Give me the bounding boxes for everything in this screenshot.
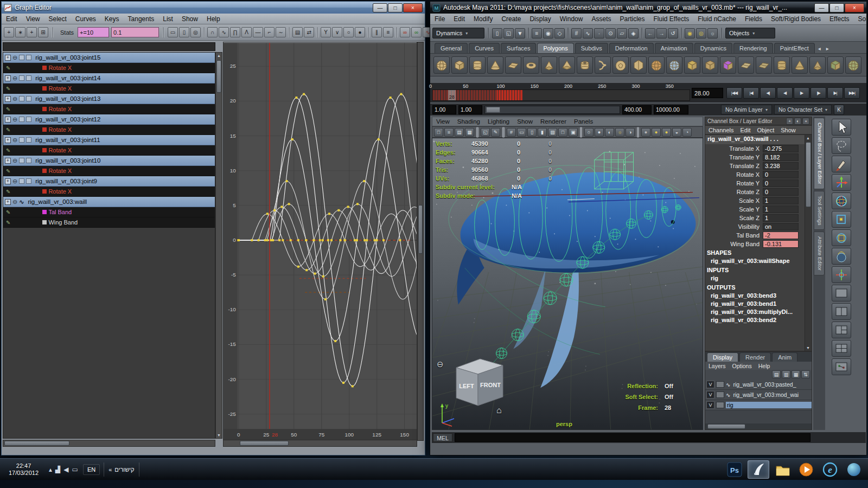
template-toggle-icon[interactable] <box>19 55 24 60</box>
menu-select[interactable]: Select <box>44 14 71 24</box>
file-new-icon[interactable]: ▯ <box>492 28 502 38</box>
menu-fluid-effects[interactable]: Fluid Effects <box>649 14 693 24</box>
scroll-down-icon[interactable]: ▼ <box>216 432 222 438</box>
bevel-icon[interactable] <box>702 56 718 74</box>
hide-channel-icon[interactable]: ⊖ <box>12 75 17 81</box>
center-current-time-icon[interactable]: ◎ <box>190 27 201 37</box>
animation-end-field[interactable] <box>654 105 688 114</box>
outliner-object-row[interactable]: +⊖rig_waill_vr_003:joint14 <box>3 73 215 84</box>
mirror-geometry-icon[interactable] <box>809 56 826 74</box>
use-all-lights-icon[interactable]: ☼ <box>615 128 624 137</box>
add-keys-tool-icon[interactable]: + <box>27 27 37 37</box>
outliner-channel-row[interactable]: ✎Rotate X <box>3 166 215 176</box>
range-slider-handle[interactable] <box>486 107 500 113</box>
polygon-pyramid-icon[interactable] <box>559 56 575 74</box>
outliner-object-row[interactable]: +⊖rig_waill_vr_003:joint12 <box>3 114 215 125</box>
expand-icon[interactable]: + <box>5 55 11 61</box>
channel-value[interactable]: 8.182 <box>763 153 799 161</box>
current-time-field[interactable] <box>692 88 723 98</box>
merge-vertices-icon[interactable] <box>792 56 808 74</box>
graph-editor-titlebar[interactable]: Graph Editor — □ × <box>2 2 425 14</box>
append-polygon-icon[interactable] <box>738 56 754 74</box>
auto-keyframe-toggle[interactable]: K <box>834 105 844 115</box>
menu-display[interactable]: Display <box>525 14 555 24</box>
anim-layer-selector[interactable]: No Anim Layer▾ <box>721 105 772 114</box>
default-light-toggle-icon[interactable]: ● <box>652 128 661 137</box>
scroll-up-icon[interactable]: ▲ <box>805 135 811 141</box>
expand-icon[interactable]: + <box>5 117 11 123</box>
hide-channel-icon[interactable]: ⊖ <box>12 96 17 102</box>
channel-value[interactable]: -0.131 <box>763 240 799 248</box>
camera-attributes-icon[interactable]: ≡ <box>444 128 454 137</box>
select-by-component-icon[interactable]: ◇ <box>554 28 565 38</box>
gate-mask-icon[interactable]: ▮ <box>538 128 547 137</box>
shelf-tab-painteffect[interactable]: PaintEffect <box>774 43 815 53</box>
channel-row-translate-z[interactable]: Translate Z3.238 <box>705 162 805 170</box>
outliner-scrollbar[interactable]: ▲ ▼ <box>215 52 222 439</box>
clamped-tangents-icon[interactable]: ∏ <box>230 27 240 37</box>
scale-tool-icon[interactable] <box>832 211 851 228</box>
safe-action-icon[interactable]: □ <box>558 128 567 137</box>
hide-channel-icon[interactable]: ⊖ <box>12 137 17 143</box>
layer-editor-scrollbar[interactable] <box>705 423 812 429</box>
post-infinity-cycle-icon[interactable]: ∞ <box>411 27 422 37</box>
step-back-one-key-button[interactable]: |◀ <box>743 87 759 99</box>
no-lights-toggle-icon[interactable]: ● <box>641 128 650 137</box>
channel-node-rig[interactable]: rig <box>705 275 812 283</box>
channel-node-rig-waill-vr-003-bend1[interactable]: rig_waill_vr_003:bend1 <box>705 300 812 309</box>
expand-icon[interactable]: + <box>5 75 11 81</box>
insert-edge-loop-icon[interactable] <box>774 56 790 74</box>
menu-assets[interactable]: Assets <box>587 14 615 24</box>
maya-app-taskbar-icon[interactable] <box>843 460 865 479</box>
channel-value[interactable]: 1 <box>763 214 799 222</box>
ghost-toggle-icon[interactable] <box>26 158 31 163</box>
menu-list[interactable]: List <box>158 14 177 24</box>
explorer-taskbar-icon[interactable] <box>771 460 793 479</box>
menu-help[interactable]: Help <box>755 363 774 369</box>
manipulator-attributes-icon[interactable]: + <box>786 118 793 125</box>
maya-titlebar[interactable]: M Autodesk Maya 2011: D:\maya projects\f… <box>430 2 866 14</box>
flat-tangents-icon[interactable]: — <box>253 27 263 37</box>
close-button[interactable]: × <box>845 3 864 12</box>
outliner-channel-row[interactable]: ✎Rotate X <box>3 145 215 156</box>
outliner-object-row[interactable]: +⊖rig_waill_vr_003:joint13 <box>3 94 215 104</box>
step-tangents-icon[interactable]: ⌐ <box>264 27 275 37</box>
menu-show[interactable]: Show <box>777 126 799 134</box>
layer-tab-display[interactable]: Display <box>707 352 738 362</box>
menu-help[interactable]: Help <box>202 14 225 24</box>
camera-widget-icon[interactable]: ⊖ <box>437 359 444 369</box>
menu-curves[interactable]: Curves <box>71 14 100 24</box>
template-toggle-icon[interactable] <box>19 117 24 122</box>
menu-create[interactable]: Create <box>497 14 525 24</box>
lock-tangent-weight-icon[interactable]: ● <box>355 27 365 37</box>
snap-to-curve-icon[interactable]: ∿ <box>583 28 593 38</box>
polygon-plane-icon[interactable] <box>505 56 521 74</box>
channel-node-rig-waill-vr-003-waillshape[interactable]: rig_waill_vr_003:waillShape <box>705 258 812 266</box>
maya-document-taskbar-icon[interactable] <box>748 460 769 479</box>
scrollbar-thumb[interactable] <box>4 441 69 446</box>
shelf-scroll-right-icon[interactable]: ▸ <box>824 44 831 53</box>
select-by-hierarchy-icon[interactable]: ≡ <box>532 28 542 38</box>
channel-value[interactable]: -2 <box>763 232 799 239</box>
shelf-tab-deformation[interactable]: Deformation <box>609 43 654 53</box>
break-tangents-icon[interactable]: Y <box>321 27 331 37</box>
sculpt-geometry-icon[interactable] <box>648 56 665 74</box>
maximize-button[interactable]: □ <box>388 3 403 12</box>
outliner-horizontal-scrollbar[interactable] <box>3 440 215 447</box>
channel-value[interactable]: 3.238 <box>763 162 799 170</box>
soft-modification-tool-icon[interactable] <box>832 248 851 265</box>
four-pane-layout-button[interactable] <box>832 340 851 357</box>
set-layer-attributes-icon[interactable]: ▤ <box>772 370 781 378</box>
menu-show[interactable]: Show <box>513 118 537 125</box>
shelf-scroll-left-icon[interactable]: ◂ <box>816 44 823 53</box>
side-tab-channel-box-layer-editor[interactable]: Channel Box / Layer Editor <box>814 118 825 189</box>
expand-icon[interactable]: + <box>5 137 11 143</box>
outliner-object-row[interactable]: +⊖rig_waill_vr_003:joint10 <box>3 156 215 166</box>
outliner-object-row[interactable]: +⊖rig_waill_vr_003:joint15 <box>3 53 215 63</box>
shelf-tab-curves[interactable]: Curves <box>469 43 500 53</box>
two-d-pan-zoom-icon[interactable]: ◱ <box>481 128 490 137</box>
timeline-track[interactable]: 28 <box>432 89 690 101</box>
photoshop-taskbar-icon[interactable]: Ps <box>724 460 745 479</box>
show-manipulator-tool-icon[interactable] <box>832 266 851 283</box>
snap-to-grid-icon[interactable]: # <box>571 28 582 38</box>
